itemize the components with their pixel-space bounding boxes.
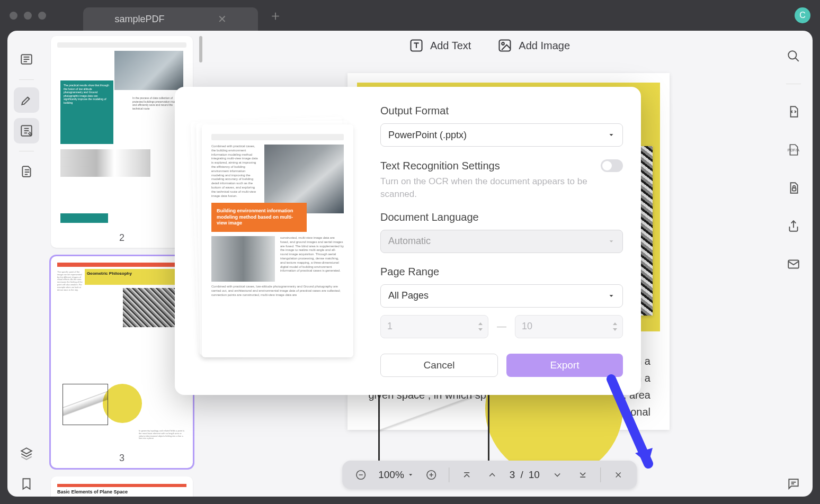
- separator: [19, 151, 34, 151]
- svg-point-4: [502, 42, 505, 45]
- output-format-label: Output Format: [380, 105, 623, 117]
- highlight-tool-icon[interactable]: [14, 87, 39, 113]
- last-page-icon[interactable]: [575, 467, 591, 483]
- output-format-select[interactable]: PowerPoint (.pptx): [380, 123, 623, 147]
- cancel-button[interactable]: Cancel: [380, 354, 498, 377]
- right-toolbar: PDF/A: [774, 31, 813, 497]
- preview-heading: Building environment information modelin…: [211, 203, 307, 232]
- svg-text:PDF/A: PDF/A: [788, 148, 800, 152]
- traffic-max[interactable]: [38, 12, 46, 20]
- pages-tool-icon[interactable]: [14, 159, 39, 184]
- close-icon[interactable]: ✕: [218, 13, 227, 25]
- separator: [449, 467, 449, 482]
- range-separator: —: [497, 321, 506, 332]
- reader-mode-icon[interactable]: [14, 47, 39, 72]
- separator: [786, 84, 801, 84]
- thumbnail-page-4[interactable]: Basic Elements of Plane Space: [51, 476, 193, 497]
- separator: [19, 79, 34, 80]
- thumb-title: Geometric Philosophy: [85, 269, 186, 285]
- svg-point-7: [788, 51, 796, 59]
- export-dialog: Combined with practical cases, the build…: [175, 87, 641, 395]
- add-image-button[interactable]: Add Image: [497, 38, 570, 53]
- zoom-level-select[interactable]: 100%: [378, 469, 414, 481]
- user-avatar[interactable]: C: [795, 7, 810, 23]
- page-indicator[interactable]: 3 / 10: [510, 469, 540, 481]
- first-page-icon[interactable]: [459, 467, 475, 483]
- language-select: Automatic: [380, 230, 623, 253]
- comment-icon[interactable]: [781, 471, 806, 497]
- export-button[interactable]: Export: [506, 354, 623, 377]
- ocr-toggle[interactable]: [601, 159, 623, 172]
- page-range-select[interactable]: All Pages: [380, 284, 623, 308]
- edit-toolbar: Add Text Add Image: [204, 38, 774, 53]
- close-bar-icon[interactable]: [610, 467, 626, 483]
- language-label: Document Language: [380, 211, 623, 223]
- layers-icon[interactable]: [14, 440, 39, 466]
- page-range-label: Page Range: [380, 266, 623, 278]
- range-to-input: 10: [515, 315, 623, 338]
- protect-icon[interactable]: [781, 175, 806, 201]
- bookmark-icon[interactable]: [14, 471, 39, 497]
- next-page-icon[interactable]: [549, 467, 565, 483]
- ocr-label: Text Recognition Settings: [380, 160, 500, 172]
- thumbnail-page-2[interactable]: The practical results show that through …: [51, 36, 193, 248]
- mail-icon[interactable]: [781, 251, 806, 277]
- share-icon[interactable]: [781, 213, 806, 239]
- thumbnail-page-number: 3: [53, 448, 191, 466]
- search-icon[interactable]: [781, 43, 806, 69]
- zoom-in-icon[interactable]: [423, 467, 439, 483]
- scrollbar[interactable]: [199, 36, 202, 62]
- chevron-down-icon: [608, 292, 615, 300]
- convert-icon[interactable]: [781, 99, 806, 124]
- traffic-min[interactable]: [24, 12, 32, 20]
- left-toolbar: [7, 31, 46, 497]
- thumbnail-page-3[interactable]: Geometric Philosophy The specific point …: [51, 256, 193, 468]
- document-tab[interactable]: samplePDF ✕: [83, 7, 258, 31]
- window-controls: [10, 12, 46, 20]
- svg-rect-9: [792, 188, 796, 191]
- zoom-out-icon[interactable]: [353, 467, 369, 483]
- view-controls-bar: 100% 3 / 10: [342, 461, 637, 489]
- thumbnail-page-number: 2: [53, 228, 191, 246]
- chevron-down-icon: [608, 131, 615, 139]
- new-tab-button[interactable]: ＋: [269, 6, 282, 25]
- chevron-down-icon: [608, 238, 615, 245]
- titlebar: samplePDF ✕ ＋ C: [0, 0, 820, 31]
- svg-rect-3: [500, 40, 511, 51]
- separator: [600, 467, 601, 482]
- tab-title: samplePDF: [114, 14, 164, 25]
- ocr-hint: Turn on the OCR when the document appear…: [380, 175, 623, 201]
- range-from-input: 1: [380, 315, 488, 338]
- dialog-form: Output Format PowerPoint (.pptx) Text Re…: [380, 105, 623, 377]
- add-text-button[interactable]: Add Text: [409, 38, 471, 53]
- edit-text-tool-icon[interactable]: [14, 118, 39, 143]
- traffic-close[interactable]: [10, 12, 17, 20]
- prev-page-icon[interactable]: [484, 467, 500, 483]
- dialog-preview: Combined with practical cases, the build…: [193, 105, 362, 377]
- pdfa-icon[interactable]: PDF/A: [781, 137, 806, 163]
